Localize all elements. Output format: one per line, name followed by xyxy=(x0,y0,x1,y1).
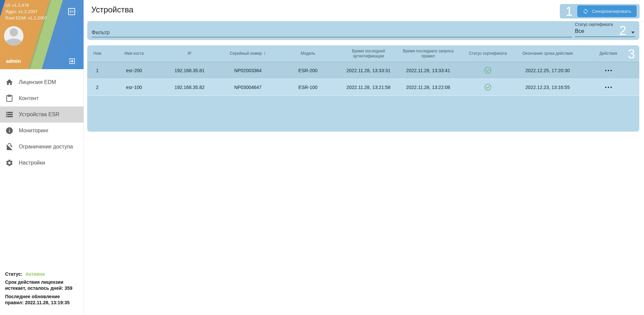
page-title: Устройства xyxy=(91,5,133,14)
cell-model: ESR-200 xyxy=(277,62,338,79)
lock-off-icon xyxy=(5,143,13,151)
cell-expiry: 2022.12.23, 13:16:55 xyxy=(518,79,577,95)
cell-rules-time: 2022.11.28, 13:33:41 xyxy=(398,62,458,79)
server-list-icon xyxy=(5,110,13,119)
license-status-value: Активна xyxy=(25,271,45,277)
cell-hostname: esr-200 xyxy=(107,62,161,79)
license-status-box: Статус:Активна Срок действия лицензии ис… xyxy=(5,271,78,306)
sidebar-item-label: Ограничение доступа xyxy=(19,144,73,150)
table-row[interactable]: 2 esr-100 192.168.35.82 NP03004647 ESR-1… xyxy=(87,79,639,96)
sidebar-item-license-edm[interactable]: Лицензия EDM xyxy=(0,74,84,90)
sidebar-item-settings[interactable]: Настройки xyxy=(0,155,84,171)
column-header-serial[interactable]: Серийный номер ↑ xyxy=(218,45,277,62)
sidebar-menu: Лицензия EDM Контент Устройства ESR Мони… xyxy=(0,69,84,171)
root-edm-version: Root EDM: v1.2.2007 xyxy=(5,15,47,21)
filter-input[interactable] xyxy=(92,28,572,37)
clipboard-icon xyxy=(5,94,13,102)
cell-actions xyxy=(577,62,639,79)
sidebar-item-label: Мониторинг xyxy=(19,128,49,134)
sidebar-item-label: Настройки xyxy=(19,160,45,166)
annotation-region-1: 1 Синхронизировать xyxy=(560,4,640,18)
cell-serial: NP02003364 xyxy=(218,62,277,79)
version-info: UI: v1.2.476 Ядро: v1.2.2007 Root EDM: v… xyxy=(5,2,47,21)
column-header-hostname[interactable]: Имя хоста xyxy=(107,45,161,62)
sidebar-item-label: Устройства ESR xyxy=(19,111,59,118)
annotation-number-3: 3 xyxy=(628,48,635,60)
more-actions-icon[interactable] xyxy=(603,68,614,73)
cert-valid-check-icon xyxy=(484,83,492,91)
sidebar-item-devices-esr[interactable]: Устройства ESR xyxy=(0,106,84,123)
sidebar-item-access-restriction[interactable]: Ограничение доступа xyxy=(0,139,84,155)
rules-update-text: Последнее обновление правил: 2022.11.28,… xyxy=(5,294,78,306)
core-version: Ядро: v1.2.2007 xyxy=(5,8,47,15)
sync-icon xyxy=(583,8,589,14)
cell-expiry: 2022.12.25, 17:20:30 xyxy=(518,62,577,79)
devices-table annotation-region-3: Ном Имя хоста IP Серийный номер ↑ Модель… xyxy=(87,45,639,132)
cell-num: 1 xyxy=(87,62,107,79)
column-header-model[interactable]: Модель xyxy=(277,45,338,62)
column-header-expiry[interactable]: Окончание срока действия xyxy=(518,45,577,62)
cell-ip: 192.168.35.81 xyxy=(161,62,218,79)
home-icon xyxy=(5,78,13,86)
filter-bar annotation-region-2: Статус сертификата Все 2 xyxy=(87,21,639,40)
cell-hostname: esr-100 xyxy=(107,79,161,95)
cell-serial: NP03004647 xyxy=(218,79,277,95)
sidebar-item-monitoring[interactable]: Мониторинг xyxy=(0,123,84,139)
main-content: Устройства 1 Синхронизировать Статус сер… xyxy=(84,0,644,315)
language-toggle-button[interactable]: En xyxy=(68,8,75,15)
logout-icon[interactable] xyxy=(68,57,76,65)
license-status-label: Статус: xyxy=(5,271,22,277)
synchronize-button-label: Синхронизировать xyxy=(592,9,631,14)
sidebar-header: UI: v1.2.476 Ядро: v1.2.2007 Root EDM: v… xyxy=(0,0,84,69)
sidebar: UI: v1.2.476 Ядро: v1.2.2007 Root EDM: v… xyxy=(0,0,84,315)
app-root: UI: v1.2.476 Ядро: v1.2.2007 Root EDM: v… xyxy=(0,0,644,315)
column-header-rules-time[interactable]: Время последнего запроса правил xyxy=(398,45,458,62)
ui-version: UI: v1.2.476 xyxy=(5,2,47,8)
annotation-number-2: 2 xyxy=(619,24,626,37)
sort-asc-icon: ↑ xyxy=(264,51,266,56)
column-header-auth-time[interactable]: Время последней аутентификации xyxy=(338,45,398,62)
sidebar-item-label: Лицензия EDM xyxy=(19,79,56,85)
person-icon xyxy=(4,26,23,46)
more-actions-icon[interactable] xyxy=(603,85,614,90)
cell-num: 2 xyxy=(87,79,107,95)
cell-model: ESR-100 xyxy=(277,79,338,95)
cell-actions xyxy=(577,79,639,95)
annotation-number-1: 1 xyxy=(566,5,573,18)
cell-auth-time: 2022.11.28, 13:33:31 xyxy=(338,62,398,79)
chevron-down-icon xyxy=(631,32,635,34)
synchronize-button[interactable]: Синхронизировать xyxy=(577,5,637,17)
cert-valid-check-icon xyxy=(484,66,492,74)
gear-icon xyxy=(5,159,13,167)
sidebar-item-content[interactable]: Контент xyxy=(0,90,84,106)
cell-auth-time: 2022.11.28, 13:21:58 xyxy=(338,79,398,95)
column-header-ip[interactable]: IP xyxy=(161,45,218,62)
username-label: admin xyxy=(6,58,21,64)
cell-rules-time: 2022.11.28, 13:22:08 xyxy=(398,79,458,95)
avatar xyxy=(4,26,23,46)
info-icon xyxy=(5,127,13,135)
table-row[interactable]: 1 esr-200 192.168.35.81 NP02003364 ESR-2… xyxy=(87,62,639,79)
column-header-num[interactable]: Ном xyxy=(87,45,107,62)
column-header-cert-status[interactable]: Статус сертификата xyxy=(458,45,518,62)
license-expiry-text: Срок действия лицензии истекает, осталос… xyxy=(5,279,78,291)
table-header-row: Ном Имя хоста IP Серийный номер ↑ Модель… xyxy=(87,45,639,62)
cell-cert-status xyxy=(458,62,518,79)
cell-cert-status xyxy=(458,79,518,95)
cell-ip: 192.168.35.82 xyxy=(161,79,218,95)
sidebar-item-label: Контент xyxy=(19,95,39,101)
column-header-serial-label: Серийный номер xyxy=(230,51,262,56)
